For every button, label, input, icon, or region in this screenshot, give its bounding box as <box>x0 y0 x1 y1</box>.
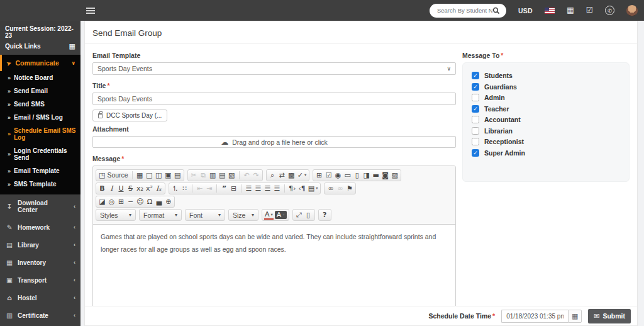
link-icon[interactable]: ∞ <box>326 184 335 193</box>
currency-selector[interactable]: USD <box>518 7 533 14</box>
sidebar-module-item[interactable]: ⌂ Hostel ‹ <box>0 289 80 306</box>
template-attachment-chip[interactable]: DCC Sports Day (... <box>92 110 167 121</box>
radio-field-icon[interactable]: ◉ <box>334 171 342 180</box>
spellcheck-icon[interactable]: ✓▾ <box>297 171 307 180</box>
select-field-icon[interactable]: ◨ <box>362 171 370 180</box>
image-icon[interactable]: ◪ <box>98 197 106 206</box>
numbered-list-icon[interactable]: ⒈ <box>171 184 179 193</box>
redo-icon[interactable]: ↷ <box>252 171 260 180</box>
sidebar-subitem[interactable]: » SMS Template <box>0 177 80 191</box>
about-icon[interactable]: ? <box>321 210 329 220</box>
recipient-option[interactable]: ✓ Receptionist <box>472 138 620 145</box>
file-dropzone[interactable]: ☁ Drag and drop a file here or click <box>92 136 456 148</box>
title-input[interactable] <box>92 93 456 105</box>
sidebar-subitem[interactable]: » Login Credentials Send <box>0 144 80 164</box>
rtl-icon[interactable]: ‹¶ <box>297 184 306 193</box>
sidebar-item-communicate[interactable]: ➤ Communicate ∨ <box>0 55 80 71</box>
checkbox[interactable]: ✓ <box>472 138 479 145</box>
delete-icon[interactable] <box>98 113 103 118</box>
underline-icon[interactable]: U <box>117 184 125 193</box>
whatsapp-icon[interactable]: ✆ <box>605 6 614 15</box>
undo-icon[interactable]: ↶ <box>243 171 251 180</box>
align-right-icon[interactable]: ☰ <box>264 184 272 193</box>
templates-icon[interactable]: ▤ <box>174 171 182 180</box>
tasks-icon[interactable]: ☑ <box>586 6 593 14</box>
recipient-option[interactable]: ✓ Guardians <box>472 83 620 91</box>
form-icon[interactable]: ⊞ <box>315 171 323 180</box>
email-template-select[interactable]: Sports Day Events ∨ <box>92 62 456 75</box>
sidebar-subitem[interactable]: » Email / SMS Log <box>0 111 80 124</box>
font-dropdown[interactable]: Font▾ <box>185 209 225 221</box>
italic-icon[interactable]: I <box>108 184 116 193</box>
outdent-icon[interactable]: ⇤ <box>196 184 204 193</box>
sidebar-module-item[interactable]: ✎ Homework ‹ <box>0 218 80 236</box>
button-field-icon[interactable]: ▬ <box>372 171 380 180</box>
search-icon[interactable] <box>492 7 500 14</box>
strike-icon[interactable]: S <box>126 184 135 193</box>
source-button[interactable]: ◳Source <box>98 171 129 180</box>
search-input[interactable] <box>437 7 492 14</box>
recipient-option[interactable]: ✓ Teacher <box>472 105 620 113</box>
align-justify-icon[interactable]: ☰ <box>273 184 281 193</box>
hidden-field-icon[interactable]: ▨ <box>391 171 399 180</box>
remove-format-icon[interactable]: Iₓ <box>155 184 163 193</box>
student-search-box[interactable] <box>430 4 506 18</box>
message-body[interactable]: Games that are played on school sports d… <box>93 225 455 306</box>
recipient-option[interactable]: ✓ Students <box>472 72 620 79</box>
submit-button[interactable]: ✉ Submit <box>588 309 631 323</box>
ltr-icon[interactable]: ¶› <box>288 184 296 193</box>
sidebar-module-item[interactable]: ▣ Transport ‹ <box>0 271 80 289</box>
quick-links[interactable]: Quick Links ▦ <box>0 40 80 55</box>
bg-color-icon[interactable]: A▾ <box>275 211 287 219</box>
indent-icon[interactable]: ⇥ <box>205 184 213 193</box>
save-icon[interactable]: ▦ <box>136 171 144 180</box>
maximize-icon[interactable]: ⤢ <box>295 210 303 220</box>
subscript-icon[interactable]: x₂ <box>136 184 144 193</box>
find-icon[interactable]: ⌕ <box>269 171 277 180</box>
checkbox[interactable]: ✓ <box>472 116 479 123</box>
text-color-icon[interactable]: A▾ <box>264 211 274 220</box>
schedule-datetime-input[interactable] <box>501 310 568 323</box>
sidebar-toggle-button[interactable] <box>86 8 95 14</box>
sidebar-subitem[interactable]: » Schedule Email SMS Log <box>0 124 80 144</box>
blockquote-icon[interactable]: ” <box>220 184 228 193</box>
unlink-icon[interactable]: ∞ <box>336 184 344 193</box>
recipient-option[interactable]: ✓ Librarian <box>472 127 620 135</box>
datepicker-calendar-icon[interactable]: ▦ <box>568 310 582 323</box>
textarea-field-icon[interactable]: ▯ <box>353 171 361 180</box>
bulleted-list-icon[interactable]: ∷ <box>180 184 189 193</box>
user-avatar[interactable] <box>626 5 638 16</box>
replace-icon[interactable]: ⇄ <box>278 171 286 180</box>
grid-icon[interactable]: ▦ <box>69 42 75 50</box>
sidebar-module-item[interactable]: ▥ Certificate ‹ <box>0 306 80 324</box>
checkbox-field-icon[interactable]: ☑ <box>325 171 333 180</box>
superscript-icon[interactable]: x² <box>145 184 153 193</box>
smiley-icon[interactable]: ☺ <box>136 197 144 206</box>
select-all-icon[interactable]: ▩ <box>287 171 296 180</box>
language-flag-icon[interactable] <box>545 8 555 14</box>
iframe-icon[interactable]: ⊕ <box>164 197 172 206</box>
checkbox[interactable]: ✓ <box>472 83 479 91</box>
paste-word-icon[interactable]: ▧ <box>228 171 236 180</box>
calendar-icon[interactable]: ▦ <box>567 6 574 14</box>
checkbox[interactable]: ✓ <box>472 72 479 79</box>
checkbox[interactable]: ✓ <box>472 149 479 157</box>
sidebar-subitem[interactable]: » Email Template <box>0 164 80 177</box>
bold-icon[interactable]: B <box>98 184 106 193</box>
print-icon[interactable]: ▣ <box>164 171 172 180</box>
page-break-icon[interactable]: ▄ <box>155 197 163 206</box>
align-center-icon[interactable]: ☰ <box>254 184 262 193</box>
sidebar-module-item[interactable]: ▦ Inventory ‹ <box>0 254 80 271</box>
table-icon[interactable]: ⊞ <box>117 197 125 206</box>
anchor-icon[interactable]: ⚑ <box>345 184 353 193</box>
text-field-icon[interactable]: ▭ <box>343 171 352 180</box>
sidebar-module-item[interactable]: ↧ Download Center ‹ <box>0 194 80 218</box>
sidebar-subitem[interactable]: » Notice Board <box>0 71 80 84</box>
language-icon[interactable]: ▤▾ <box>308 184 319 193</box>
paste-text-icon[interactable]: ▤ <box>218 171 226 180</box>
flash-icon[interactable]: ◎ <box>108 197 116 206</box>
recipient-option[interactable]: ✓ Accountant <box>472 116 620 123</box>
align-left-icon[interactable]: ☰ <box>245 184 253 193</box>
size-dropdown[interactable]: Size▾ <box>228 209 258 221</box>
preview-icon[interactable]: ◫ <box>155 171 163 180</box>
